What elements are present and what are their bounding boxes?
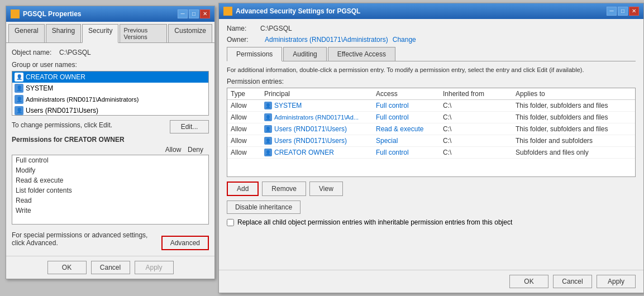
restore-button[interactable]: □ [189,9,199,18]
row5-inherited: C:\ [443,149,516,156]
action-buttons-row: Add Remove View [227,182,636,196]
right-tab-effective-access[interactable]: Effective Access [328,47,395,61]
perm-write: Write [12,206,208,216]
advanced-security-dialog: Advanced Security Settings for PGSQL ─ □… [218,3,644,293]
right-apply-button[interactable]: Apply [597,275,636,288]
disable-inheritance-btn-wrapper: Disable inheritance [227,200,636,218]
tab-customize[interactable]: Customize [168,24,212,42]
right-restore-button[interactable]: □ [618,7,628,16]
row4-access: Special [376,137,443,145]
row5-principal: 👤 CREATOR OWNER [264,149,376,156]
tab-sharing[interactable]: Sharing [46,24,81,42]
row2-type: Allow [231,113,264,121]
disable-inheritance-button[interactable]: Disable inheritance [227,200,300,214]
object-name-label: Object name: [12,49,59,56]
table-row[interactable]: Allow 👤 Users (RND0171\Users) Special C:… [227,135,635,147]
row1-access: Full control [376,102,443,109]
advanced-button[interactable]: Advanced [161,236,209,250]
permission-entries-table[interactable]: Type Principal Access Inherited from App… [227,88,636,177]
row3-inherited: C:\ [443,125,516,133]
left-bottom-buttons: OK Cancel Apply [6,256,214,279]
left-panel-content: Object name: C:\PGSQL Group or user name… [6,43,214,256]
table-row[interactable]: Allow 👤 Users (RND0171\Users) Read & exe… [227,123,635,135]
row1-inherited: C:\ [443,102,516,109]
right-bottom-buttons: OK Cancel Apply [219,270,643,293]
col-header-applies: Applies to [516,90,632,98]
col-header-type: Type [231,90,264,98]
replace-permissions-label: Replace all child object permission entr… [237,218,512,226]
row4-applies: This folder and subfolders [516,137,632,145]
user-icon: 👤 [264,125,272,133]
right-tabs-row: Permissions Auditing Effective Access [227,47,636,61]
right-content: Name: C:\PGSQL Owner: Administrators (RN… [219,19,643,270]
owner-row: Owner: Administrators (RND0171\Administr… [227,36,636,44]
replace-permissions-checkbox[interactable] [227,219,234,226]
object-name-row: Object name: C:\PGSQL [12,49,209,56]
row4-principal: 👤 Users (RND0171\Users) [264,137,376,145]
perm-entries-label: Permission entries: [227,78,636,85]
user-icon: 👤 [264,113,272,121]
row1-type: Allow [231,102,264,109]
tab-general[interactable]: General [8,24,45,42]
tab-security[interactable]: Security [82,24,118,43]
right-title-bar: Advanced Security Settings for PGSQL ─ □… [219,3,643,19]
user-icon: 👤 [264,137,272,145]
perm-read: Read [12,195,208,206]
replace-checkbox-row[interactable]: Replace all child object permission entr… [227,218,636,226]
apply-button[interactable]: Apply [135,261,174,274]
col-header-access: Access [376,90,443,98]
right-minimize-button[interactable]: ─ [607,7,617,16]
row2-applies: This folder, subfolders and files [516,113,632,121]
user-item-administrators[interactable]: 👤 Administrators (RND0171\Administrators… [12,94,208,105]
tab-previous-versions[interactable]: Previous Versions [120,24,167,42]
right-cancel-button[interactable]: Cancel [553,275,592,288]
cancel-button[interactable]: Cancel [91,261,130,274]
table-row[interactable]: Allow 👤 Administrators (RND0171\Ad... Fu… [227,112,635,123]
pgsql-properties-dialog: PGSQL Properties ─ □ ✕ General Sharing S… [6,6,215,279]
remove-button[interactable]: Remove [262,182,306,196]
edit-button[interactable]: Edit... [170,120,209,133]
minimize-button[interactable]: ─ [178,9,188,18]
owner-value: Administrators (RND0171\Administrators) [265,36,388,44]
perms-header-row: Allow Deny [12,146,209,154]
close-button[interactable]: ✕ [200,9,210,18]
row3-access: Read & execute [376,125,443,133]
permissions-list[interactable]: Full control Modify Read & execute List … [12,155,209,225]
user-icon: 👤 [15,106,23,115]
user-icon: 👤 [264,102,272,109]
change-owner-link[interactable]: Change [393,36,416,44]
owner-label: Owner: [227,36,260,44]
table-row[interactable]: Allow 👤 CREATOR OWNER Full control C:\ S… [227,147,635,159]
row5-access: Full control [376,149,443,156]
ok-button[interactable]: OK [47,261,87,274]
row2-access: Full control [376,113,443,121]
user-icon: 👤 [15,95,23,104]
table-row[interactable]: Allow 👤 SYSTEM Full control C:\ This fol… [227,100,635,112]
right-ok-button[interactable]: OK [509,275,548,288]
user-item-system[interactable]: 👤 SYSTEM [12,83,208,94]
right-close-button[interactable]: ✕ [629,7,639,16]
perm-modify: Modify [12,165,208,175]
row1-principal: 👤 SYSTEM [264,102,376,109]
name-value: C:\PGSQL [260,25,292,32]
special-perms-text: For special permissions or advanced sett… [12,231,158,247]
user-icon: 👤 [15,84,23,93]
name-label: Name: [227,25,260,32]
user-item-users[interactable]: 👤 Users (RND0171\Users) [12,105,208,116]
group-label: Group or user names: [12,61,209,69]
perm-read-execute: Read & execute [12,175,208,185]
col-header-principal: Principal [264,90,376,98]
right-tab-permissions[interactable]: Permissions [227,47,282,61]
right-dialog-title: Advanced Security Settings for PGSQL [236,7,360,15]
view-button[interactable]: View [309,182,343,196]
right-tab-auditing[interactable]: Auditing [283,47,326,61]
user-item-creator-owner[interactable]: 👤 CREATOR OWNER [12,71,208,83]
table-header-row: Type Principal Access Inherited from App… [227,88,635,100]
users-list[interactable]: 👤 CREATOR OWNER 👤 SYSTEM 👤 Administrator… [12,71,209,116]
add-button[interactable]: Add [227,182,259,196]
left-tabs-row: General Sharing Security Previous Versio… [6,22,214,43]
additional-info-text: For additional information, double-click… [227,66,636,74]
user-icon: 👤 [264,149,272,156]
perm-list-folder: List folder contents [12,185,208,195]
object-name-value: C:\PGSQL [59,49,91,56]
